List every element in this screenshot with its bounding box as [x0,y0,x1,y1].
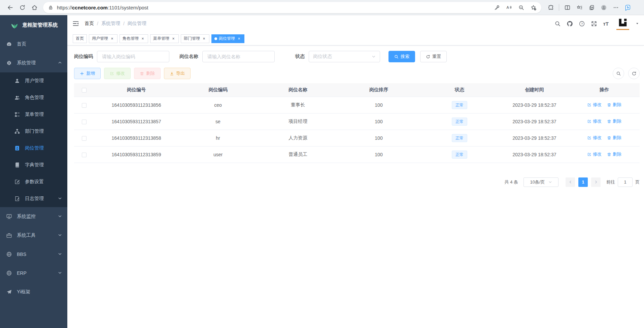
tab-menus[interactable]: 菜单管理× [150,34,179,43]
sidebar-item-label: 日志管理 [25,196,44,202]
more-menu-icon[interactable] [610,2,622,13]
sidebar-item-label: 字典管理 [25,162,44,168]
sidebar-item-label: 用户管理 [25,78,44,84]
close-icon[interactable]: × [140,36,145,41]
close-icon[interactable]: × [237,36,241,41]
row-delete-link[interactable]: 删除 [607,118,621,124]
password-key-icon[interactable] [491,2,503,13]
tab-label: 菜单管理 [153,36,169,41]
sidebar-item-logs[interactable]: 日志管理 [0,190,67,207]
sidebar-item-monitor[interactable]: 系统监控 [0,207,67,226]
cell-post-name: 人力资源 [258,130,338,146]
sidebar-item-bbs[interactable]: BBS [0,245,67,264]
refresh-icon[interactable] [16,2,28,13]
show-search-toggle-button[interactable] [613,68,624,79]
monitor-icon [6,214,12,220]
sidebar-item-tools[interactable]: 系统工具 [0,226,67,245]
row-checkbox[interactable] [82,136,87,141]
users-icon [14,95,20,101]
row-checkbox[interactable] [82,120,87,124]
browser-profile-avatar[interactable] [598,2,610,13]
col-post-code: 岗位编码 [178,83,258,97]
next-page-button[interactable] [591,177,601,187]
refresh-table-button[interactable] [628,68,640,79]
row-edit-link[interactable]: 修改 [587,135,602,141]
add-button[interactable]: 新增 [74,68,101,79]
read-aloud-icon[interactable]: A [503,2,515,13]
address-bar[interactable]: https://ccnetcore.com:1101/system/post A [43,2,541,13]
row-edit-link[interactable]: 修改 [587,102,602,108]
prev-page-button[interactable] [566,177,575,187]
sidebar-item-yi-framework[interactable]: Yi框架 [0,283,67,301]
search-button[interactable]: 搜索 [388,51,415,62]
sidebar-item-label: Yi框架 [17,289,30,295]
menu-tree-icon [14,111,20,118]
close-icon[interactable]: × [171,36,176,41]
tab-home[interactable]: 首页 [73,34,87,43]
edit-button-disabled[interactable]: 修改 [104,68,131,79]
select-all-checkbox[interactable] [82,88,87,93]
home-icon[interactable] [28,2,40,13]
add-favorite-icon[interactable] [527,2,539,13]
status-select[interactable]: 岗位状态 [309,51,380,62]
zoom-out-icon[interactable] [515,2,527,13]
search-icon[interactable] [554,21,561,27]
github-icon[interactable] [567,21,573,27]
close-icon[interactable]: × [110,36,114,41]
post-code-input[interactable] [101,54,165,60]
extensions-icon[interactable] [545,2,557,13]
close-icon[interactable]: × [202,36,206,41]
post-name-input[interactable] [207,54,270,60]
sidebar-item-home[interactable]: 首页 [0,35,67,54]
sidebar-item-label: 系统管理 [17,60,36,66]
row-delete-link[interactable]: 删除 [607,135,621,141]
filter-form: 岗位编码 岗位名称 状态 岗位状态 搜索 重置 [74,51,640,62]
row-edit-link[interactable]: 修改 [587,118,602,124]
row-delete-link[interactable]: 删除 [607,151,621,157]
help-icon[interactable]: ? [579,21,585,27]
row-checkbox[interactable] [82,153,87,157]
sidebar-item-departments[interactable]: 部门管理 [0,123,67,140]
chevron-down-icon [58,214,62,219]
tab-departments[interactable]: 部门管理× [181,34,209,43]
row-delete-link[interactable]: 删除 [607,102,621,108]
delete-button-disabled[interactable]: 删除 [134,68,161,79]
svg-text:b: b [627,5,629,9]
breadcrumb-home[interactable]: 首页 [84,21,94,27]
tab-posts-active[interactable]: 岗位管理× [211,34,244,43]
tab-users[interactable]: 用户管理× [89,34,117,43]
split-screen-icon[interactable] [561,2,573,13]
status-badge: 正常 [452,151,467,159]
goto-page-input[interactable] [618,177,633,187]
export-button[interactable]: 导出 [164,68,191,79]
tab-roles[interactable]: 角色管理× [120,34,148,43]
page-size-select[interactable]: 10条/页 [523,177,558,187]
tab-label: 角色管理 [123,36,139,41]
sidebar-item-erp[interactable]: ERP [0,264,67,283]
chevron-up-icon [58,60,62,66]
user-avatar[interactable] [616,17,629,30]
collections-icon[interactable] [585,2,598,13]
dashboard-icon [6,41,12,47]
sidebar-item-menus[interactable]: 菜单管理 [0,106,67,123]
sidebar-item-users[interactable]: 用户管理 [0,72,67,89]
row-edit-link[interactable]: 修改 [587,151,602,157]
fullscreen-icon[interactable] [591,21,597,27]
sidebar-item-label: 部门管理 [25,128,44,134]
sidebar-item-label: 岗位管理 [25,145,44,151]
favorites-icon[interactable] [573,2,585,13]
sidebar-item-dictionary[interactable]: 字典管理 [0,157,67,173]
sidebar-item-parameters[interactable]: 参数设置 [0,173,67,190]
avatar-caret-icon[interactable] [636,22,639,25]
row-checkbox[interactable] [82,103,87,108]
font-size-icon[interactable]: тT [603,21,609,27]
tab-label: 部门管理 [184,36,200,41]
reset-button[interactable]: 重置 [420,51,447,62]
sidebar-item-system[interactable]: 系统管理 [0,54,67,72]
collapse-sidebar-icon[interactable] [72,20,79,27]
bing-chat-icon[interactable]: b [622,2,633,13]
sidebar-item-roles[interactable]: 角色管理 [0,89,67,106]
sidebar-item-posts[interactable]: 岗位管理 [0,140,67,157]
page-number-active[interactable]: 1 [578,177,588,187]
back-icon[interactable] [4,2,16,13]
